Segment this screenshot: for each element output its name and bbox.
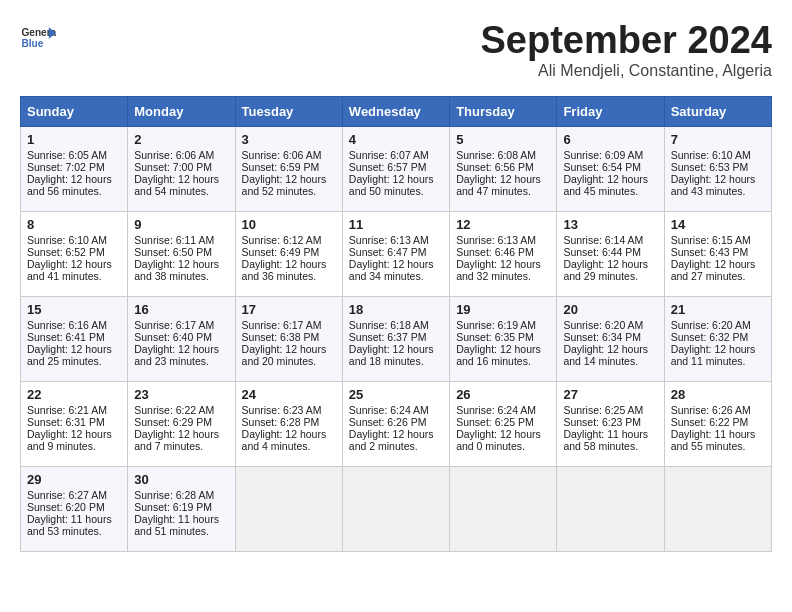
calendar-day-cell: 28Sunrise: 6:26 AMSunset: 6:22 PMDayligh… (664, 381, 771, 466)
day-number: 29 (27, 472, 121, 487)
sunset-text: Sunset: 6:46 PM (456, 246, 534, 258)
sunrise-text: Sunrise: 6:21 AM (27, 404, 107, 416)
daylight-text: Daylight: 12 hours and 54 minutes. (134, 173, 219, 197)
calendar-day-cell: 9Sunrise: 6:11 AMSunset: 6:50 PMDaylight… (128, 211, 235, 296)
sunset-text: Sunset: 6:50 PM (134, 246, 212, 258)
day-number: 28 (671, 387, 765, 402)
sunrise-text: Sunrise: 6:12 AM (242, 234, 322, 246)
calendar-day-cell: 11Sunrise: 6:13 AMSunset: 6:47 PMDayligh… (342, 211, 449, 296)
sunrise-text: Sunrise: 6:05 AM (27, 149, 107, 161)
sunset-text: Sunset: 6:47 PM (349, 246, 427, 258)
sunset-text: Sunset: 6:40 PM (134, 331, 212, 343)
weekday-header: Tuesday (235, 96, 342, 126)
calendar-title: September 2024 (481, 20, 773, 62)
daylight-text: Daylight: 12 hours and 11 minutes. (671, 343, 756, 367)
day-number: 14 (671, 217, 765, 232)
calendar-day-cell: 30Sunrise: 6:28 AMSunset: 6:19 PMDayligh… (128, 466, 235, 551)
sunrise-text: Sunrise: 6:24 AM (456, 404, 536, 416)
day-number: 11 (349, 217, 443, 232)
calendar-day-cell: 3Sunrise: 6:06 AMSunset: 6:59 PMDaylight… (235, 126, 342, 211)
logo-icon: General Blue (20, 20, 56, 56)
calendar-subtitle: Ali Mendjeli, Constantine, Algeria (481, 62, 773, 80)
sunrise-text: Sunrise: 6:08 AM (456, 149, 536, 161)
daylight-text: Daylight: 12 hours and 45 minutes. (563, 173, 648, 197)
day-number: 18 (349, 302, 443, 317)
daylight-text: Daylight: 12 hours and 9 minutes. (27, 428, 112, 452)
calendar-day-cell: 26Sunrise: 6:24 AMSunset: 6:25 PMDayligh… (450, 381, 557, 466)
calendar-day-cell: 21Sunrise: 6:20 AMSunset: 6:32 PMDayligh… (664, 296, 771, 381)
calendar-day-cell (664, 466, 771, 551)
calendar-day-cell: 22Sunrise: 6:21 AMSunset: 6:31 PMDayligh… (21, 381, 128, 466)
day-number: 22 (27, 387, 121, 402)
sunrise-text: Sunrise: 6:10 AM (671, 149, 751, 161)
weekday-header: Monday (128, 96, 235, 126)
daylight-text: Daylight: 12 hours and 41 minutes. (27, 258, 112, 282)
daylight-text: Daylight: 12 hours and 27 minutes. (671, 258, 756, 282)
calendar-day-cell: 18Sunrise: 6:18 AMSunset: 6:37 PMDayligh… (342, 296, 449, 381)
calendar-week-row: 29Sunrise: 6:27 AMSunset: 6:20 PMDayligh… (21, 466, 772, 551)
sunrise-text: Sunrise: 6:07 AM (349, 149, 429, 161)
sunrise-text: Sunrise: 6:19 AM (456, 319, 536, 331)
title-area: September 2024 Ali Mendjeli, Constantine… (481, 20, 773, 80)
logo: General Blue (20, 20, 56, 56)
sunset-text: Sunset: 6:49 PM (242, 246, 320, 258)
sunrise-text: Sunrise: 6:17 AM (134, 319, 214, 331)
daylight-text: Daylight: 12 hours and 14 minutes. (563, 343, 648, 367)
calendar-week-row: 1Sunrise: 6:05 AMSunset: 7:02 PMDaylight… (21, 126, 772, 211)
day-number: 9 (134, 217, 228, 232)
sunrise-text: Sunrise: 6:18 AM (349, 319, 429, 331)
calendar-day-cell: 5Sunrise: 6:08 AMSunset: 6:56 PMDaylight… (450, 126, 557, 211)
sunset-text: Sunset: 6:38 PM (242, 331, 320, 343)
daylight-text: Daylight: 12 hours and 29 minutes. (563, 258, 648, 282)
calendar-day-cell: 2Sunrise: 6:06 AMSunset: 7:00 PMDaylight… (128, 126, 235, 211)
sunrise-text: Sunrise: 6:10 AM (27, 234, 107, 246)
calendar-day-cell: 23Sunrise: 6:22 AMSunset: 6:29 PMDayligh… (128, 381, 235, 466)
calendar-day-cell: 1Sunrise: 6:05 AMSunset: 7:02 PMDaylight… (21, 126, 128, 211)
calendar-day-cell: 16Sunrise: 6:17 AMSunset: 6:40 PMDayligh… (128, 296, 235, 381)
calendar-day-cell: 27Sunrise: 6:25 AMSunset: 6:23 PMDayligh… (557, 381, 664, 466)
sunset-text: Sunset: 6:59 PM (242, 161, 320, 173)
sunset-text: Sunset: 6:52 PM (27, 246, 105, 258)
calendar-day-cell: 24Sunrise: 6:23 AMSunset: 6:28 PMDayligh… (235, 381, 342, 466)
day-number: 25 (349, 387, 443, 402)
daylight-text: Daylight: 12 hours and 50 minutes. (349, 173, 434, 197)
sunset-text: Sunset: 6:41 PM (27, 331, 105, 343)
calendar-header: SundayMondayTuesdayWednesdayThursdayFrid… (21, 96, 772, 126)
sunset-text: Sunset: 7:00 PM (134, 161, 212, 173)
calendar-day-cell: 15Sunrise: 6:16 AMSunset: 6:41 PMDayligh… (21, 296, 128, 381)
sunrise-text: Sunrise: 6:06 AM (134, 149, 214, 161)
sunset-text: Sunset: 6:22 PM (671, 416, 749, 428)
daylight-text: Daylight: 12 hours and 25 minutes. (27, 343, 112, 367)
day-number: 6 (563, 132, 657, 147)
svg-text:Blue: Blue (21, 38, 43, 49)
day-number: 24 (242, 387, 336, 402)
weekday-header: Sunday (21, 96, 128, 126)
calendar-day-cell: 7Sunrise: 6:10 AMSunset: 6:53 PMDaylight… (664, 126, 771, 211)
day-number: 10 (242, 217, 336, 232)
sunset-text: Sunset: 7:02 PM (27, 161, 105, 173)
calendar-day-cell: 6Sunrise: 6:09 AMSunset: 6:54 PMDaylight… (557, 126, 664, 211)
calendar-week-row: 22Sunrise: 6:21 AMSunset: 6:31 PMDayligh… (21, 381, 772, 466)
daylight-text: Daylight: 12 hours and 20 minutes. (242, 343, 327, 367)
sunset-text: Sunset: 6:20 PM (27, 501, 105, 513)
daylight-text: Daylight: 12 hours and 52 minutes. (242, 173, 327, 197)
daylight-text: Daylight: 11 hours and 53 minutes. (27, 513, 112, 537)
calendar-day-cell: 14Sunrise: 6:15 AMSunset: 6:43 PMDayligh… (664, 211, 771, 296)
calendar-table: SundayMondayTuesdayWednesdayThursdayFrid… (20, 96, 772, 552)
sunset-text: Sunset: 6:32 PM (671, 331, 749, 343)
sunrise-text: Sunrise: 6:22 AM (134, 404, 214, 416)
calendar-day-cell: 12Sunrise: 6:13 AMSunset: 6:46 PMDayligh… (450, 211, 557, 296)
day-number: 21 (671, 302, 765, 317)
day-number: 5 (456, 132, 550, 147)
day-number: 20 (563, 302, 657, 317)
weekday-header: Thursday (450, 96, 557, 126)
sunrise-text: Sunrise: 6:14 AM (563, 234, 643, 246)
sunset-text: Sunset: 6:43 PM (671, 246, 749, 258)
sunrise-text: Sunrise: 6:13 AM (349, 234, 429, 246)
day-number: 17 (242, 302, 336, 317)
sunset-text: Sunset: 6:26 PM (349, 416, 427, 428)
sunrise-text: Sunrise: 6:17 AM (242, 319, 322, 331)
sunrise-text: Sunrise: 6:13 AM (456, 234, 536, 246)
day-number: 7 (671, 132, 765, 147)
sunset-text: Sunset: 6:53 PM (671, 161, 749, 173)
